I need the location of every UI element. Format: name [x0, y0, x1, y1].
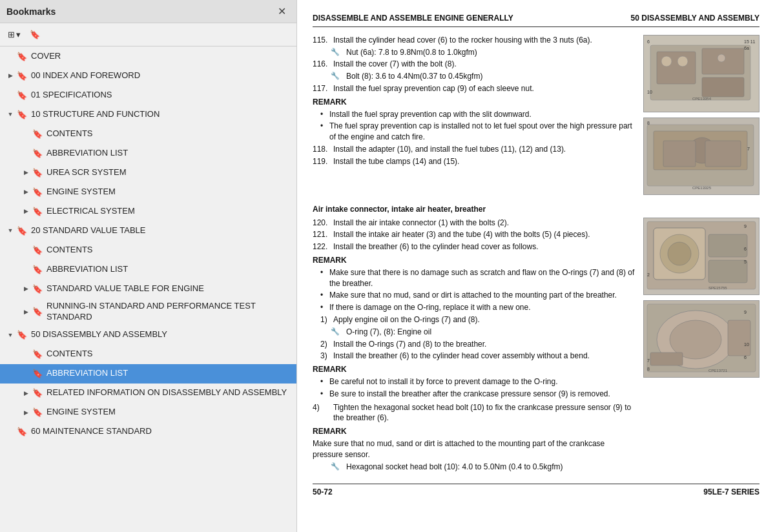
pdf-text-block-2: 120. Install the air intake connector (1…	[313, 218, 636, 474]
toggle-placeholder	[21, 130, 31, 138]
expand-arrow-icon	[21, 309, 31, 315]
sidebar-item-50-disassembly[interactable]: 🔖 50 DISASSEMBLY AND ASSEMBLY	[0, 325, 296, 345]
grid-icon: ⊞	[8, 30, 15, 39]
sidebar-item-cover[interactable]: 🔖 COVER	[0, 46, 296, 66]
svg-text:CPE13721: CPE13721	[708, 369, 728, 373]
sidebar-item-20-abbrev[interactable]: 🔖 ABBREVIATION LIST	[0, 260, 296, 279]
bookmark-ribbon-icon: 🔖	[32, 207, 43, 216]
sidebar-item-label: 10 STRUCTURE AND FUNCTION	[31, 109, 160, 120]
sidebar-item-label: CONTENTS	[46, 349, 93, 360]
toggle-placeholder	[5, 428, 16, 436]
toggle-placeholder	[21, 265, 31, 273]
engine-diagram-1: 6 15 11 6a 10 CPE13354	[643, 35, 760, 112]
sidebar-close-button[interactable]: ✕	[274, 4, 290, 19]
toggle-placeholder	[21, 246, 31, 254]
image-wrapper-1: 6 15 11 6a 10 CPE13354	[643, 35, 760, 195]
step-remark3-sub: 🔧 Hexagonal socket head bolt (10): 4.0 t…	[331, 462, 636, 473]
bookmark-ribbon-icon: 🔖	[17, 90, 27, 100]
sidebar-item-label: 20 STANDARD VALUE TABLE	[31, 225, 146, 236]
sidebar-item-label: ABBREVIATION LIST	[46, 148, 128, 159]
sidebar-item-50-abbrev[interactable]: 🔖 ABBREVIATION LIST	[0, 364, 296, 384]
sidebar-item-50-contents[interactable]: 🔖 CONTENTS	[0, 345, 296, 364]
sidebar-item-20-contents[interactable]: 🔖 CONTENTS	[0, 240, 296, 260]
svg-rect-4	[702, 77, 744, 97]
sidebar-item-10-engine[interactable]: 🔖 ENGINE SYSTEM	[0, 182, 296, 201]
sidebar-item-label: ABBREVIATION LIST	[46, 264, 128, 275]
svg-text:8: 8	[647, 367, 650, 371]
remark-bullet-7: Be sure to install the breather after th…	[320, 389, 636, 400]
step-number: 119.	[313, 156, 331, 167]
step-text: Install the fuel spray prevention cap (9…	[333, 83, 636, 94]
sidebar-item-label: STANDARD VALUE TABLE FOR ENGINE	[46, 283, 204, 294]
sidebar-item-60-maintenance[interactable]: 🔖 60 MAINTENANCE STANDARD	[0, 422, 296, 442]
svg-rect-28	[708, 260, 747, 283]
step-number: 116.	[313, 59, 331, 70]
pdf-section-2: 120. Install the air intake connector (1…	[313, 218, 760, 474]
pdf-page[interactable]: DISASSEMBLE AND ASSEMBLE ENGINE GENERALL…	[297, 0, 775, 532]
expand-arrow-icon	[21, 189, 31, 195]
remark-label: REMARK	[313, 97, 636, 108]
svg-rect-2	[657, 52, 696, 84]
sidebar-item-label: ABBREVIATION LIST	[46, 368, 128, 379]
bookmark-ribbon-icon: 🔖	[17, 427, 27, 436]
svg-text:6: 6	[744, 355, 747, 360]
wrench-icon: 🔧	[331, 71, 344, 82]
sidebar-item-label: 00 INDEX AND FOREWORD	[31, 70, 140, 81]
bookmark-ribbon-icon: 🔖	[32, 349, 43, 359]
num-step-text: Apply engine oil on the O-rings (7) and …	[333, 314, 480, 325]
sidebar-item-10-urea[interactable]: 🔖 UREA SCR SYSTEM	[0, 163, 296, 182]
expand-arrow-icon	[21, 409, 31, 416]
bullet-text: Be sure to install the breather after th…	[329, 389, 610, 400]
step-number: 120.	[313, 218, 331, 229]
page-number: 50-72	[313, 487, 333, 498]
step-text: Install the air intake connector (1) wit…	[333, 218, 636, 229]
step-116: 116. Install the cover (7) with the bolt…	[313, 59, 636, 70]
svg-text:10: 10	[744, 342, 749, 347]
wrench-icon: 🔧	[331, 327, 344, 338]
view-options-button[interactable]: ⊞ ▾	[5, 28, 23, 41]
step-text: Install the cover (7) with the bolt (8).	[333, 59, 636, 70]
sidebar-item-10-abbrev[interactable]: 🔖 ABBREVIATION LIST	[0, 143, 296, 163]
svg-text:9: 9	[744, 224, 747, 229]
sidebar-item-10-contents[interactable]: 🔖 CONTENTS	[0, 124, 296, 143]
sidebar-item-label: RELATED INFORMATION ON DISASSEMBLY AND A…	[46, 387, 287, 398]
torque-spec: Hexagonal socket head bolt (10): 4.0 to …	[346, 462, 563, 473]
engine-diagram-2: 8 7 CPE13325	[643, 118, 760, 195]
step-text: Install the cylinder head cover (6) to t…	[333, 35, 636, 46]
bookmark-icon-button[interactable]: 🔖	[27, 28, 43, 41]
sidebar-item-20-standard[interactable]: 🔖 20 STANDARD VALUE TABLE	[0, 221, 296, 240]
svg-text:2: 2	[647, 272, 650, 277]
bookmark-ribbon-icon: 🔖	[32, 245, 43, 255]
num-step-1: 1) Apply engine oil on the O-rings (7) a…	[320, 314, 636, 325]
sidebar-item-label: 50 DISASSEMBLY AND ASSEMBLY	[31, 329, 167, 340]
sidebar-item-label: ENGINE SYSTEM	[46, 187, 116, 198]
num-label: 1)	[320, 314, 331, 325]
bookmark-ribbon-icon: 🔖	[17, 52, 27, 61]
sidebar-item-10-structure[interactable]: 🔖 10 STRUCTURE AND FUNCTION	[0, 105, 296, 124]
bullet-text: If there is damage on the O-ring, replac…	[329, 302, 531, 313]
sidebar-item-label: 01 SPECIFICATIONS	[31, 90, 112, 101]
sidebar-item-20-svt[interactable]: 🔖 STANDARD VALUE TABLE FOR ENGINE	[0, 279, 296, 298]
sidebar-item-10-electrical[interactable]: 🔖 ELECTRICAL SYSTEM	[0, 201, 296, 221]
sidebar-item-20-running[interactable]: 🔖 RUNNING-IN STANDARD AND PERFORMANCE TE…	[0, 298, 296, 325]
pdf-page-header: DISASSEMBLE AND ASSEMBLE ENGINE GENERALL…	[313, 13, 760, 27]
main-content-area: DISASSEMBLE AND ASSEMBLE ENGINE GENERALL…	[297, 0, 775, 532]
sidebar-item-50-engine-sys[interactable]: 🔖 ENGINE SYSTEM	[0, 403, 296, 422]
svg-rect-18	[705, 141, 741, 167]
sidebar-item-label: CONTENTS	[46, 245, 93, 256]
step-number: 121.	[313, 229, 331, 240]
svg-text:6: 6	[647, 39, 650, 44]
bookmark-ribbon-icon: 🔖	[32, 407, 43, 417]
bookmark-ribbon-icon: 🔖	[32, 129, 43, 139]
bookmarks-list: 🔖 COVER 🔖 00 INDEX AND FOREWORD 🔖 01 SPE…	[0, 46, 296, 532]
sidebar-item-01-spec[interactable]: 🔖 01 SPECIFICATIONS	[0, 85, 296, 105]
step-122: 122. Install the breather (6) to the cyl…	[313, 241, 636, 252]
svg-point-26	[668, 242, 691, 265]
sidebar-item-label: 60 MAINTENANCE STANDARD	[31, 426, 152, 437]
engine-diagram-3: 9 6 5 2 SPE15755	[643, 218, 760, 295]
sidebar-item-50-related[interactable]: 🔖 RELATED INFORMATION ON DISASSEMBLY AND…	[0, 384, 296, 403]
step-4-full: 4) Tighten the hexagonal socket head bol…	[313, 402, 636, 424]
sidebar-item-00-index[interactable]: 🔖 00 INDEX AND FOREWORD	[0, 66, 296, 85]
step-117: 117. Install the fuel spray prevention c…	[313, 83, 636, 94]
sidebar-item-label: ELECTRICAL SYSTEM	[46, 206, 135, 217]
